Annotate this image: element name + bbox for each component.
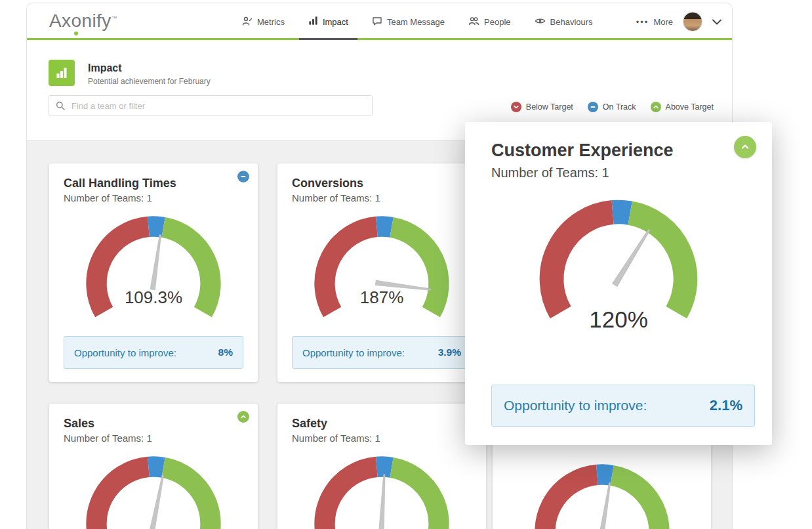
metrics-icon [242, 16, 253, 28]
nav-label-people: People [484, 17, 510, 27]
nav-label-more: More [653, 17, 673, 27]
legend-below-target: Below Target [511, 102, 573, 112]
gauge-red-arc [96, 467, 148, 529]
gauge-chart [77, 448, 230, 529]
gauge-chart [526, 455, 678, 529]
nav-item-more[interactable]: ••• More [636, 17, 673, 27]
logo-text-ax: Ax [49, 11, 71, 31]
trademark-symbol: ™ [112, 15, 117, 22]
card-title: Sales [64, 417, 243, 431]
legend-above-target: Above Target [651, 102, 714, 112]
card-team-count: Number of Teams: 1 [64, 433, 243, 444]
impact-page-header: Impact Potential achievement for Februar… [49, 60, 211, 86]
collapse-card-button[interactable] [734, 136, 756, 158]
legend-on-track: On Track [588, 102, 636, 112]
on-track-icon [588, 102, 598, 112]
top-navigation-bar: Axonify™ Metrics Impact [27, 3, 732, 40]
gauge-chart: 187% [306, 207, 458, 322]
impact-icon [308, 16, 318, 28]
nav-right-items: ••• More [636, 12, 721, 32]
gauge-value: 109.3% [77, 287, 230, 308]
gauge-green-arc [392, 467, 439, 529]
nav-label-behaviours: Behaviours [550, 17, 593, 27]
gauge-needle [150, 234, 163, 290]
impact-title-block: Impact Potential achievement for Februar… [88, 60, 211, 86]
legend-above-target-label: Above Target [666, 102, 714, 112]
legend-on-track-label: On Track [603, 102, 636, 112]
card-team-count: Number of Teams: 1 [292, 433, 472, 444]
legend-below-target-label: Below Target [526, 102, 573, 112]
gauge-blue-arc [376, 226, 392, 227]
opportunity-box: Opportunity to improve: 3.9% [292, 336, 472, 369]
eye-icon [535, 16, 546, 28]
card-title: Safety [292, 417, 472, 431]
gauge-green-arc [163, 467, 211, 529]
status-badge-on-track [237, 171, 249, 182]
card-title: Customer Experience [491, 140, 754, 161]
impact-tile-icon [49, 60, 75, 86]
gauge-needle [379, 475, 387, 529]
opportunity-label: Opportunity to improve: [74, 347, 176, 358]
nav-label-metrics: Metrics [257, 17, 285, 27]
card-team-count: Number of Teams: 1 [491, 165, 754, 180]
nav-menu: Metrics Impact Team Message [242, 3, 721, 40]
gauge-needle [613, 228, 652, 287]
gauge-value: 120% [529, 307, 708, 333]
search-input[interactable] [71, 96, 372, 116]
metric-card-call-handling-times[interactable]: Call Handling Times Number of Teams: 1 1… [49, 163, 258, 382]
opportunity-value: 3.9% [438, 347, 461, 358]
gauge-value: 187% [306, 287, 458, 308]
logo-o-with-green-dot: o [71, 11, 81, 32]
page-title: Impact [88, 60, 211, 74]
axonify-logo[interactable]: Axonify™ [49, 11, 117, 32]
opportunity-box: Opportunity to improve: 8% [64, 336, 243, 369]
message-bubble-icon [372, 16, 382, 28]
below-target-icon [511, 102, 521, 112]
metric-card-safety[interactable]: Safety Number of Teams: 1 [277, 404, 486, 529]
opportunity-value: 2.1% [710, 397, 742, 414]
logo-text-nify: nify [81, 11, 111, 31]
metric-card-sales[interactable]: Sales Number of Teams: 1 [49, 404, 258, 529]
people-icon [468, 16, 479, 28]
gauge-blue-arc [597, 475, 612, 475]
gauge-blue-arc [613, 212, 630, 213]
nav-item-behaviours[interactable]: Behaviours [535, 3, 593, 40]
above-target-icon [651, 102, 661, 112]
page-subtitle: Potential achievement for February [88, 77, 211, 86]
ellipsis-icon: ••• [636, 17, 649, 27]
card-team-count: Number of Teams: 1 [64, 192, 243, 203]
gauge-blue-arc [376, 467, 392, 467]
card-title: Call Handling Times [64, 177, 243, 190]
nav-item-metrics[interactable]: Metrics [242, 3, 285, 40]
gauge-green-arc [630, 213, 685, 312]
gauge-blue-arc [148, 226, 163, 227]
gauge-chart [306, 448, 458, 529]
gauge-blue-arc [148, 467, 163, 467]
opportunity-value: 8% [218, 347, 233, 358]
gauge-chart: 120% [529, 190, 708, 324]
chevron-down-icon[interactable] [712, 19, 721, 25]
nav-item-impact[interactable]: Impact [308, 3, 348, 40]
user-avatar[interactable] [683, 12, 702, 32]
gauge-red-arc [325, 467, 376, 529]
nav-item-team-message[interactable]: Team Message [372, 3, 445, 40]
metric-card-conversions[interactable]: Conversions Number of Teams: 1 187% Oppo… [277, 163, 486, 382]
app-root: Axonify™ Metrics Impact [0, 0, 812, 529]
nav-item-people[interactable]: People [468, 3, 510, 40]
gauge-needle [598, 482, 612, 529]
gauge-green-arc [612, 475, 659, 529]
expanded-card-customer-experience: Customer Experience Number of Teams: 1 1… [465, 122, 772, 445]
status-badge-above-target [237, 411, 249, 423]
card-title: Conversions [292, 177, 472, 190]
opportunity-label: Opportunity to improve: [504, 398, 647, 413]
nav-label-team-message: Team Message [387, 17, 445, 27]
opportunity-box: Opportunity to improve: 2.1% [491, 385, 755, 427]
opportunity-label: Opportunity to improve: [302, 347, 405, 358]
team-filter-search [49, 95, 373, 116]
status-legend: Below Target On Track Above Target [511, 102, 714, 112]
gauge-red-arc [552, 212, 613, 312]
nav-label-impact: Impact [323, 17, 348, 27]
gauge-red-arc [545, 475, 597, 529]
nav-main-items: Metrics Impact Team Message [242, 3, 593, 40]
gauge-needle [150, 475, 165, 529]
